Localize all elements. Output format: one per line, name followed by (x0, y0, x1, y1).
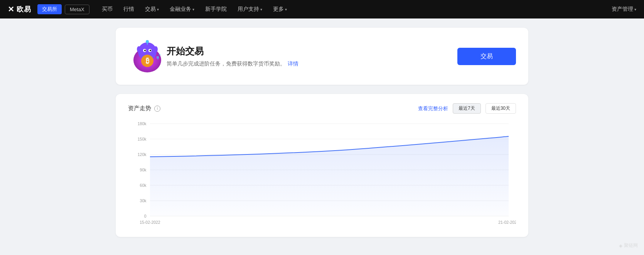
svg-text:21-02-2022: 21-02-2022 (498, 220, 516, 225)
nav-trade[interactable]: 交易 ▾ (145, 6, 159, 13)
navbar-center: 买币 行情 交易 ▾ 金融业务 ▾ 新手学院 用户支持 ▾ 更多 ▾ (102, 6, 612, 13)
promo-link[interactable]: 详情 (288, 60, 298, 67)
promo-card: ₿ 开始交易 简单几步完成进阶任务，免费获得数字货币奖 (116, 28, 528, 85)
nav-support-chevron: ▾ (260, 7, 262, 12)
svg-text:₿: ₿ (146, 57, 149, 65)
nav-market[interactable]: 行情 (123, 6, 134, 13)
promo-title: 开始交易 (167, 45, 457, 57)
assets-chevron-icon: ▾ (634, 7, 636, 12)
chart-title: 资产走势 (128, 105, 151, 112)
svg-point-6 (144, 50, 146, 51)
promo-text: 开始交易 简单几步完成进阶任务，免费获得数字货币奖励。 详情 (167, 45, 457, 67)
chart-header: 资产走势 i 查看完整分析 最近7天 最近30天 (128, 103, 516, 114)
tab-metax[interactable]: MetaX (65, 5, 89, 14)
watermark: ◈ 聚链网 (619, 242, 638, 249)
period-30d-button[interactable]: 最近30天 (486, 103, 516, 114)
promo-desc: 简单几步完成进阶任务，免费获得数字货币奖励。 详情 (167, 60, 457, 67)
svg-text:60k: 60k (140, 183, 147, 188)
svg-point-9 (146, 40, 149, 43)
info-icon[interactable]: i (154, 106, 160, 112)
navbar-right: 资产管理 ▾ (612, 6, 636, 13)
trade-button[interactable]: 交易 (457, 48, 516, 65)
logo-text: 欧易 (17, 5, 31, 14)
view-analysis-link[interactable]: 查看完整分析 (418, 105, 448, 112)
period-7d-button[interactable]: 最近7天 (453, 103, 481, 114)
nav-trade-chevron: ▾ (157, 7, 159, 12)
watermark-icon: ◈ (619, 243, 622, 248)
svg-point-11 (154, 46, 158, 52)
watermark-text: 聚链网 (624, 242, 638, 249)
logo-area[interactable]: ✕ 欧易 (8, 5, 31, 14)
assets-management-button[interactable]: 资产管理 ▾ (612, 6, 636, 13)
main-content: ₿ 开始交易 简单几步完成进阶任务，免费获得数字货币奖 (0, 18, 644, 255)
tab-exchange[interactable]: 交易所 (37, 4, 62, 14)
svg-point-10 (137, 46, 141, 52)
promo-mascot-image: ₿ (128, 37, 167, 75)
svg-rect-14 (157, 59, 158, 60)
svg-text:180k: 180k (138, 121, 147, 126)
chart-wrapper: 180k 150k 120k 90k 60k 30k 0 15-02-2022 … (128, 120, 516, 228)
nav-buy[interactable]: 买币 (102, 6, 113, 13)
nav-more-chevron: ▾ (285, 7, 287, 12)
nav-finance-chevron: ▾ (192, 7, 194, 12)
promo-action: 交易 (457, 48, 516, 65)
navbar: ✕ 欧易 交易所 MetaX 买币 行情 交易 ▾ 金融业务 ▾ 新手学院 用户… (0, 0, 644, 18)
nav-support[interactable]: 用户支持 ▾ (238, 6, 262, 13)
chart-controls: 查看完整分析 最近7天 最近30天 (418, 103, 516, 114)
svg-text:15-02-2022: 15-02-2022 (140, 220, 160, 225)
logo-icon: ✕ (8, 5, 14, 14)
svg-text:0: 0 (144, 214, 147, 218)
svg-text:30k: 30k (140, 198, 147, 203)
svg-text:90k: 90k (140, 168, 147, 172)
navbar-left: ✕ 欧易 交易所 MetaX (8, 4, 89, 14)
chart-card: 资产走势 i 查看完整分析 最近7天 最近30天 (116, 94, 528, 237)
nav-finance[interactable]: 金融业务 ▾ (170, 6, 194, 13)
svg-text:120k: 120k (138, 152, 147, 157)
svg-rect-12 (157, 56, 159, 59)
chart-title-area: 资产走势 i (128, 105, 160, 112)
nav-academy[interactable]: 新手学院 (205, 6, 227, 13)
svg-rect-13 (159, 54, 160, 55)
svg-text:150k: 150k (138, 137, 147, 141)
asset-trend-chart: 180k 150k 120k 90k 60k 30k 0 15-02-2022 … (128, 120, 516, 228)
nav-more[interactable]: 更多 ▾ (273, 6, 287, 13)
svg-point-7 (150, 50, 151, 51)
